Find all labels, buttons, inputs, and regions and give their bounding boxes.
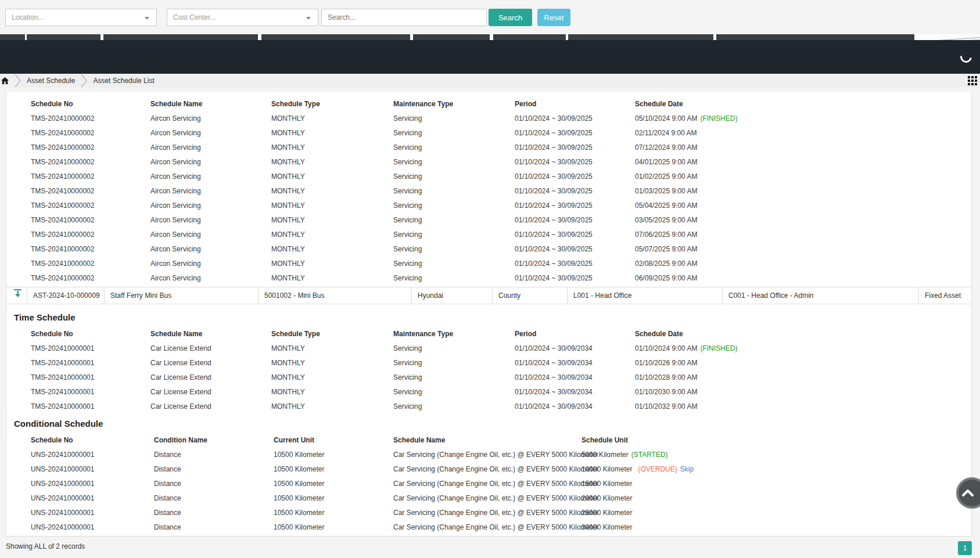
column-header: Schedule Name	[393, 433, 445, 448]
maintenance-type: Servicing	[393, 228, 422, 242]
maintenance-type: Servicing	[393, 242, 422, 257]
current-unit: 10500 Kilometer	[274, 462, 324, 477]
schedule-name: Car Servicing (Change Engine Oil, etc.) …	[393, 520, 598, 535]
date-text: 01/10/2030 9:00 AM	[635, 388, 697, 396]
schedule-row: TMS-202410000002 Aircon Servicing MONTHL…	[6, 126, 971, 141]
menu-segment[interactable]	[716, 34, 914, 40]
maintenance-type: Servicing	[393, 155, 422, 170]
conditional-schedule-rows: UNS-202410000001 Distance 10500 Kilomete…	[6, 448, 971, 535]
reset-button[interactable]: Reset	[537, 9, 570, 26]
breadcrumb-asset-schedule[interactable]: Asset Schedule	[27, 77, 75, 85]
status-finished: (FINISHED)	[700, 114, 737, 123]
maintenance-type: Servicing	[393, 111, 422, 126]
schedule-name: Car License Extend	[150, 356, 211, 370]
schedule-no: UNS-202410000001	[31, 506, 94, 520]
schedule-name: Aircon Servicing	[150, 257, 201, 271]
search-input[interactable]	[321, 9, 487, 26]
menu-segment[interactable]	[493, 34, 566, 40]
schedule-no: UNS-202410000001	[31, 462, 94, 477]
schedule-name: Aircon Servicing	[150, 271, 201, 286]
status-overdue: (OVERDUE)	[638, 465, 677, 473]
period: 01/10/2024 ~ 30/09/2025	[515, 213, 593, 228]
schedule-date: 05/04/2025 9:00 AM	[635, 199, 700, 213]
schedule-row: TMS-202410000002 Aircon Servicing MONTHL…	[6, 242, 971, 257]
location-dropdown[interactable]: Location...	[5, 9, 157, 26]
skip-link[interactable]: Skip	[680, 465, 694, 473]
menu-segment[interactable]	[0, 34, 25, 40]
breadcrumb-asset-schedule-list[interactable]: Asset Schedule List	[93, 77, 154, 85]
schedule-type: MONTHLY	[271, 356, 305, 370]
schedule-date: 07/06/2025 9:00 AM	[635, 228, 700, 242]
unit-text: 20000 Kilometer	[581, 494, 632, 502]
asset-category: 5001002 - Mini Bus	[258, 287, 411, 304]
schedule-row: TMS-202410000002 Aircon Servicing MONTHL…	[6, 257, 971, 271]
column-header: Current Unit	[274, 433, 314, 448]
column-header: Condition Name	[154, 433, 207, 448]
schedule-type: MONTHLY	[271, 385, 305, 399]
time-schedule-rows: TMS-202410000001 Car License Extend MONT…	[6, 341, 971, 414]
schedule-no: UNS-202410000001	[31, 448, 94, 462]
asset-filter-cell[interactable]	[6, 287, 27, 304]
date-text: 01/03/2025 9:00 AM	[635, 187, 697, 195]
schedule-name: Aircon Servicing	[150, 242, 201, 257]
menu-segment[interactable]	[413, 34, 490, 40]
schedule-row: TMS-202410000001 Car License Extend MONT…	[6, 399, 971, 414]
date-text: 07/12/2024 9:00 AM	[635, 143, 697, 152]
schedule-type: MONTHLY	[271, 170, 305, 184]
schedule-type: MONTHLY	[271, 199, 305, 213]
schedule-row: TMS-202410000002 Aircon Servicing MONTHL…	[6, 271, 971, 286]
schedule-name: Aircon Servicing	[150, 155, 201, 170]
schedule-unit: 10000 Kilometer(OVERDUE)Skip	[581, 462, 694, 477]
menu-segment[interactable]	[568, 34, 713, 40]
date-text: 01/02/2025 9:00 AM	[635, 172, 697, 181]
schedule-type: MONTHLY	[271, 242, 305, 257]
period: 01/10/2024 ~ 30/09/2025	[515, 242, 593, 257]
column-header: Schedule No	[31, 327, 73, 341]
schedule-no: TMS-202410000002	[31, 155, 94, 170]
column-header: Period	[515, 97, 536, 111]
schedule-name: Car Servicing (Change Engine Oil, etc.) …	[393, 477, 598, 491]
conditional-row: UNS-202410000001 Distance 10500 Kilomete…	[6, 448, 971, 462]
conditional-table-header: Schedule No Condition Name Current Unit …	[6, 433, 971, 448]
apps-grid-icon[interactable]	[968, 76, 977, 87]
condition-name: Distance	[154, 462, 181, 477]
schedule-table-header: Schedule No Schedule Name Schedule Type …	[6, 97, 971, 111]
schedule-name: Car License Extend	[150, 341, 211, 356]
home-icon[interactable]	[1, 77, 9, 84]
schedule-name: Car License Extend	[150, 370, 211, 385]
schedule-unit: 30000 Kilometer	[581, 520, 641, 535]
schedule-no: UNS-202410000001	[31, 520, 94, 535]
maintenance-type: Servicing	[393, 271, 422, 286]
schedule-no: TMS-202410000001	[31, 356, 94, 370]
unit-text: 30000 Kilometer	[581, 523, 632, 531]
schedule-unit: 5000 Kilometer(STARTED)	[581, 448, 674, 462]
cost-center-dropdown[interactable]: Cost Center...	[167, 9, 318, 26]
schedule-type: MONTHLY	[271, 141, 305, 155]
search-button[interactable]: Search	[489, 9, 532, 26]
schedule-row: TMS-202410000001 Car License Extend MONT…	[6, 385, 971, 399]
column-header: Schedule Name	[150, 327, 202, 341]
asset-name: Staff Ferry Mini Bus	[104, 287, 258, 304]
schedule-type: MONTHLY	[271, 228, 305, 242]
schedule-type: MONTHLY	[271, 341, 305, 356]
menu-segment[interactable]	[261, 34, 410, 40]
menu-segment[interactable]	[27, 34, 100, 40]
period: 01/10/2024 ~ 30/09/2025	[515, 271, 593, 286]
menu-segment[interactable]	[103, 34, 258, 40]
chevron-right-icon	[80, 74, 88, 88]
schedule-row: TMS-202410000001 Car License Extend MONT…	[6, 341, 971, 356]
schedule-name: Car Servicing (Change Engine Oil, etc.) …	[393, 462, 598, 477]
column-header: Schedule Date	[635, 97, 683, 111]
schedule-name: Car Servicing (Change Engine Oil, etc.) …	[393, 448, 598, 462]
schedule-date: 01/02/2025 9:00 AM	[635, 170, 700, 184]
conditional-row: UNS-202410000001 Distance 10500 Kilomete…	[6, 477, 971, 491]
schedule-type: MONTHLY	[271, 155, 305, 170]
current-unit: 10500 Kilometer	[274, 477, 324, 491]
records-summary: Showing ALL of 2 records	[6, 542, 85, 550]
asset-summary-row[interactable]: AST-2024-10-000009 Staff Ferry Mini Bus …	[6, 287, 971, 304]
schedule-no: TMS-202410000002	[31, 111, 94, 126]
period: 01/10/2024 ~ 30/09/2034	[515, 356, 593, 370]
schedule-name: Aircon Servicing	[150, 228, 201, 242]
page-1-button[interactable]: 1	[958, 541, 972, 555]
schedule-unit: 15000 Kilometer	[581, 477, 641, 491]
